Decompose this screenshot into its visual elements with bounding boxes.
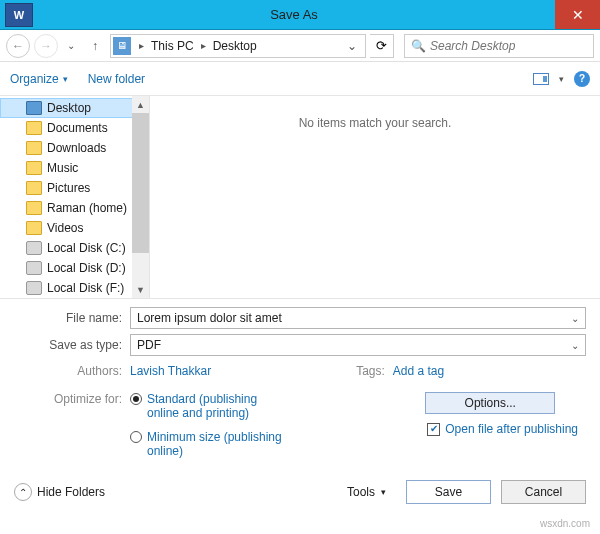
- save-button[interactable]: Save: [406, 480, 491, 504]
- scroll-down-icon[interactable]: ▼: [132, 281, 149, 298]
- chevron-up-icon: ⌃: [14, 483, 32, 501]
- drive-icon: [26, 241, 42, 255]
- radio-icon: [130, 431, 142, 443]
- cancel-button[interactable]: Cancel: [501, 480, 586, 504]
- breadcrumb[interactable]: 🖥 ▸ This PC ▸ Desktop ⌄: [110, 34, 366, 58]
- tree-item-desktop[interactable]: Desktop: [0, 98, 149, 118]
- optimize-label: Optimize for:: [14, 392, 130, 458]
- tree-item-downloads[interactable]: Downloads: [0, 138, 149, 158]
- close-button[interactable]: ✕: [555, 0, 600, 29]
- tree-item-raman-home[interactable]: Raman (home): [0, 198, 149, 218]
- scroll-thumb[interactable]: [132, 113, 149, 253]
- command-bar: Organize▾ New folder ▾ ?: [0, 62, 600, 96]
- dialog-footer: ⌃ Hide Folders Tools▾ Save Cancel: [0, 470, 600, 518]
- tree-item-music[interactable]: Music: [0, 158, 149, 178]
- folder-icon: [26, 161, 42, 175]
- chevron-right-icon: ▸: [196, 40, 211, 51]
- tree-item-documents[interactable]: Documents: [0, 118, 149, 138]
- chevron-down-icon[interactable]: ⌄: [571, 313, 579, 324]
- tags-label: Tags:: [356, 364, 393, 378]
- chevron-down-icon[interactable]: ⌄: [571, 340, 579, 351]
- tree-item-local-disk-d[interactable]: Local Disk (D:): [0, 258, 149, 278]
- scroll-up-icon[interactable]: ▲: [132, 96, 149, 113]
- drive-icon: [26, 261, 42, 275]
- empty-message: No items match your search.: [299, 116, 452, 130]
- breadcrumb-dropdown[interactable]: ⌄: [341, 39, 363, 53]
- help-icon[interactable]: ?: [574, 71, 590, 87]
- radio-icon: [130, 393, 142, 405]
- tags-value[interactable]: Add a tag: [393, 364, 444, 378]
- tree-scrollbar[interactable]: ▲ ▼: [132, 96, 149, 298]
- refresh-button[interactable]: ⟳: [370, 34, 394, 58]
- window-title: Save As: [33, 7, 555, 22]
- optimize-standard-radio[interactable]: Standard (publishing online and printing…: [130, 392, 287, 420]
- folder-icon: [26, 181, 42, 195]
- filename-label: File name:: [14, 311, 130, 325]
- search-box[interactable]: 🔍: [404, 34, 594, 58]
- titlebar: W Save As ✕: [0, 0, 600, 30]
- authors-label: Authors:: [14, 364, 130, 378]
- address-bar: ← → ⌄ ↑ 🖥 ▸ This PC ▸ Desktop ⌄ ⟳ 🔍: [0, 30, 600, 62]
- tree-item-local-disk-f[interactable]: Local Disk (F:): [0, 278, 149, 298]
- forward-button[interactable]: →: [34, 34, 58, 58]
- breadcrumb-segment[interactable]: This PC: [149, 39, 196, 53]
- chevron-right-icon: ▸: [134, 40, 149, 51]
- new-folder-button[interactable]: New folder: [88, 72, 145, 86]
- save-form: File name: Lorem ipsum dolor sit amet⌄ S…: [0, 298, 600, 470]
- breadcrumb-segment[interactable]: Desktop: [211, 39, 259, 53]
- checkbox-icon: ✔: [427, 423, 440, 436]
- back-button[interactable]: ←: [6, 34, 30, 58]
- organize-menu[interactable]: Organize▾: [10, 72, 68, 86]
- drive-icon: [26, 281, 42, 295]
- watermark: wsxdn.com: [540, 518, 590, 529]
- folder-tree: Desktop Documents Downloads Music Pictur…: [0, 96, 150, 298]
- tree-item-pictures[interactable]: Pictures: [0, 178, 149, 198]
- search-input[interactable]: [430, 39, 587, 53]
- file-list: No items match your search.: [150, 96, 600, 298]
- view-dropdown-icon[interactable]: ▾: [559, 74, 564, 84]
- folder-icon: [26, 141, 42, 155]
- tree-item-local-disk-c[interactable]: Local Disk (C:): [0, 238, 149, 258]
- hide-folders-toggle[interactable]: ⌃ Hide Folders: [14, 483, 105, 501]
- main-area: Desktop Documents Downloads Music Pictur…: [0, 96, 600, 298]
- view-mode-button[interactable]: [533, 73, 549, 85]
- tools-menu[interactable]: Tools▾: [347, 485, 386, 499]
- authors-value[interactable]: Lavish Thakkar: [130, 364, 211, 378]
- open-after-checkbox[interactable]: ✔ Open file after publishing: [427, 422, 578, 436]
- filename-field[interactable]: Lorem ipsum dolor sit amet⌄: [130, 307, 586, 329]
- up-button[interactable]: ↑: [84, 35, 106, 57]
- optimize-minimum-radio[interactable]: Minimum size (publishing online): [130, 430, 287, 458]
- options-button[interactable]: Options...: [425, 392, 555, 414]
- saveas-label: Save as type:: [14, 338, 130, 352]
- folder-icon: [26, 221, 42, 235]
- tree-item-videos[interactable]: Videos: [0, 218, 149, 238]
- folder-icon: [26, 121, 42, 135]
- history-dropdown[interactable]: ⌄: [62, 40, 80, 51]
- word-icon: W: [5, 3, 33, 27]
- folder-icon: [26, 201, 42, 215]
- saveas-type-field[interactable]: PDF⌄: [130, 334, 586, 356]
- pc-icon: 🖥: [113, 37, 131, 55]
- search-icon: 🔍: [411, 39, 426, 53]
- desktop-icon: [26, 101, 42, 115]
